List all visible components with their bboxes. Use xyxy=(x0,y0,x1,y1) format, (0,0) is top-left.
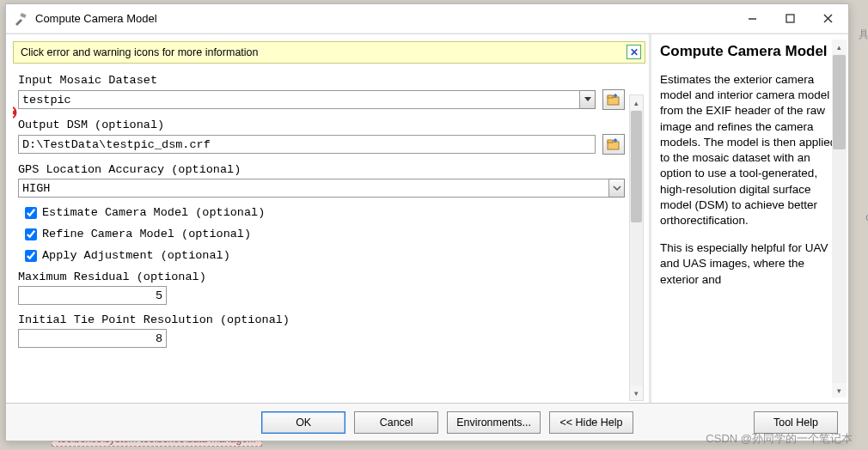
svg-point-8 xyxy=(13,106,17,119)
label-input-mosaic: Input Mosaic Dataset xyxy=(18,74,625,87)
svg-rect-0 xyxy=(20,13,26,18)
checkbox-label: Apply Adjustment (optional) xyxy=(42,249,230,262)
help-paragraph: This is especially helpful for UAV and U… xyxy=(660,240,843,288)
close-button[interactable] xyxy=(809,6,847,32)
dropdown-button[interactable] xyxy=(580,90,596,109)
info-bar-text: Click error and warning icons for more i… xyxy=(21,46,259,58)
checkbox-label: Estimate Camera Model (optional) xyxy=(42,206,265,219)
input-output-dsm[interactable] xyxy=(18,135,596,154)
label-tie-point: Initial Tie Point Resolution (optional) xyxy=(18,313,625,326)
checkbox-label: Refine Camera Model (optional) xyxy=(42,228,251,240)
label-gps-accuracy: GPS Location Accuracy (optional) xyxy=(18,163,625,176)
error-icon[interactable] xyxy=(13,105,18,120)
field-output-dsm: Output DSM (optional) xyxy=(18,119,625,155)
input-mosaic-dataset[interactable] xyxy=(18,90,580,109)
titlebar: Compute Camera Model xyxy=(6,4,848,33)
label-max-residual: Maximum Residual (optional) xyxy=(18,271,625,283)
scrollbar[interactable]: ▴ ▾ xyxy=(832,40,847,398)
input-gps-accuracy[interactable] xyxy=(18,179,609,198)
browse-button[interactable] xyxy=(602,89,625,110)
label-output-dsm: Output DSM (optional) xyxy=(18,119,625,131)
svg-rect-7 xyxy=(608,95,613,98)
scroll-thumb[interactable] xyxy=(833,55,846,149)
dropdown-button[interactable] xyxy=(609,179,625,198)
checkbox-input[interactable] xyxy=(25,228,37,240)
hide-help-button[interactable]: << Hide Help xyxy=(549,411,633,434)
svg-rect-12 xyxy=(608,140,613,143)
scrollbar[interactable]: ▴ ▾ xyxy=(629,94,644,401)
help-paragraph: Estimates the exterior camera model and … xyxy=(660,72,843,228)
cancel-button[interactable]: Cancel xyxy=(354,411,438,434)
checkbox-estimate-camera[interactable]: Estimate Camera Model (optional) xyxy=(25,206,625,219)
environments-button[interactable]: Environments... xyxy=(447,411,541,434)
help-panel: Compute Camera Model Estimates the exter… xyxy=(649,34,848,403)
checkbox-input[interactable] xyxy=(25,250,37,262)
help-title: Compute Camera Model xyxy=(660,43,843,60)
dialog-window: Compute Camera Model Click error and war… xyxy=(5,3,849,441)
field-tie-point-resolution: Initial Tie Point Resolution (optional) xyxy=(18,313,625,348)
window-title: Compute Camera Model xyxy=(35,12,733,25)
button-bar: OK Cancel Environments... << Hide Help T… xyxy=(6,403,848,441)
minimize-button[interactable] xyxy=(733,6,771,32)
input-tie-point[interactable] xyxy=(18,329,167,348)
svg-rect-2 xyxy=(786,15,794,22)
input-max-residual[interactable] xyxy=(18,286,167,305)
scroll-thumb[interactable] xyxy=(631,111,642,222)
checkbox-input[interactable] xyxy=(25,207,37,219)
background-glyph: 具f xyxy=(859,27,868,42)
field-gps-accuracy: GPS Location Accuracy (optional) xyxy=(18,163,625,198)
svg-marker-5 xyxy=(584,97,591,101)
browse-button[interactable] xyxy=(602,134,625,155)
info-bar-close[interactable]: ✕ xyxy=(627,45,641,59)
field-max-residual: Maximum Residual (optional) xyxy=(18,271,625,305)
checkbox-refine-camera[interactable]: Refine Camera Model (optional) xyxy=(25,228,625,240)
scroll-down-icon[interactable]: ▾ xyxy=(630,386,643,400)
ok-button[interactable]: OK xyxy=(261,411,345,434)
scroll-up-icon[interactable]: ▴ xyxy=(832,40,847,54)
hammer-icon xyxy=(13,11,28,27)
tool-help-button[interactable]: Tool Help xyxy=(754,411,838,434)
field-input-mosaic: Input Mosaic Dataset xyxy=(18,74,625,110)
maximize-button[interactable] xyxy=(771,6,809,32)
scroll-up-icon[interactable]: ▴ xyxy=(630,95,643,110)
parameters-panel: Click error and warning icons for more i… xyxy=(6,34,649,403)
info-bar: Click error and warning icons for more i… xyxy=(13,41,645,64)
checkbox-apply-adjustment[interactable]: Apply Adjustment (optional) xyxy=(25,249,625,262)
scroll-down-icon[interactable]: ▾ xyxy=(832,383,847,398)
